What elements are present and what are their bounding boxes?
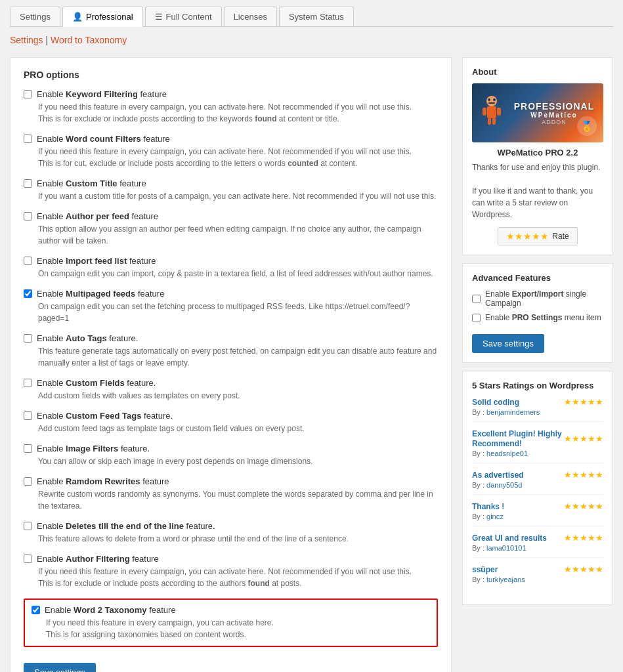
rating-title-link-3[interactable]: Thanks !	[472, 502, 504, 511]
option-checkbox-word-count-filters[interactable]	[24, 135, 32, 143]
advanced-features-card: Advanced Features Enable Export/Import s…	[462, 263, 613, 363]
option-label-author-per-feed: Enable Author per feed feature	[37, 211, 158, 221]
rating-item-2: As advertised★★★★★By : danny505d	[472, 470, 603, 495]
option-desc-author-filtering: If you need this feature in every campai…	[38, 566, 438, 589]
rating-title-link-4[interactable]: Great UI and results	[472, 534, 547, 543]
tab-full-content[interactable]: ☰ Full Content	[145, 7, 222, 26]
option-label-random-rewrites: Enable Ramdom Rewrites feature	[37, 476, 169, 486]
tab-professional[interactable]: 👤 Professional	[62, 7, 143, 27]
rating-stars-3: ★★★★★	[564, 501, 603, 511]
option-checkbox-custom-feed-tags[interactable]	[24, 411, 32, 420]
rating-title-link-2[interactable]: As advertised	[472, 471, 524, 480]
rating-author-link-4[interactable]: lama010101	[486, 544, 526, 552]
adv-pro-settings-checkbox[interactable]	[472, 314, 481, 322]
option-row-custom-feed-tags: Enable Custom Feed Tags feature.Add cust…	[24, 411, 438, 434]
rating-title-3: Thanks !	[472, 501, 504, 511]
rating-by-3: By : gincz	[472, 513, 603, 520]
rating-title-link-0[interactable]: Solid coding	[472, 398, 519, 407]
rating-title-link-1[interactable]: Excellent Plugin! Highly Recommend!	[472, 429, 562, 448]
rating-header-0: Solid coding★★★★★	[472, 397, 603, 407]
adv-option-pro-settings: Enable PRO Settings menu item	[472, 313, 603, 322]
rating-title-1: Excellent Plugin! Highly Recommend!	[472, 429, 564, 448]
svg-rect-2	[483, 108, 486, 116]
option-row-auto-tags: Enable Auto Tags feature.This feature ge…	[24, 333, 438, 369]
ratings-list: Solid coding★★★★★By : benjamindemersExce…	[472, 397, 603, 595]
rating-author-link-3[interactable]: gincz	[486, 513, 504, 520]
option-checkbox-random-rewrites[interactable]	[24, 477, 32, 486]
rate-button[interactable]: ★★★★★ Rate	[498, 227, 577, 245]
option-label-line-custom-fields: Enable Custom Fields feature.	[24, 378, 438, 388]
advanced-title: Advanced Features	[472, 273, 603, 283]
option-label-custom-title: Enable Custom Title feature	[37, 178, 146, 188]
option-label-line-author-filtering: Enable Author Filtering feature	[24, 554, 438, 564]
ratings-title: 5 Stars Ratings on Wordpress	[472, 381, 603, 390]
rating-author-link-5[interactable]: turkiyeajans	[486, 576, 525, 583]
option-desc-word-2-taxonomy: If you need this feature in every campai…	[46, 617, 430, 640]
option-desc-image-filters: You can allow or skip each image in ever…	[38, 455, 438, 467]
tab-system-status[interactable]: System Status	[279, 7, 354, 26]
option-checkbox-auto-tags[interactable]	[24, 334, 32, 343]
svg-rect-8	[488, 102, 495, 104]
option-desc-custom-feed-tags: Add custom feed tags as template tags or…	[38, 423, 438, 434]
option-label-author-filtering: Enable Author Filtering feature	[37, 554, 159, 564]
adv-save-settings-button[interactable]: Save settings	[472, 334, 544, 353]
rating-author-link-0[interactable]: benjamindemers	[486, 408, 540, 416]
option-label-line-auto-tags: Enable Auto Tags feature.	[24, 333, 438, 343]
option-label-custom-feed-tags: Enable Custom Feed Tags feature.	[37, 411, 173, 421]
option-desc-multipaged-feeds: On campaign edit you can set the fetchin…	[38, 301, 438, 324]
option-row-word-count-filters: Enable Word count Filters featureIf you …	[24, 134, 438, 169]
tab-full-content-icon: ☰	[155, 12, 163, 22]
option-desc-custom-title: If you want a custom title for posts of …	[38, 190, 438, 202]
option-row-custom-title: Enable Custom Title featureIf you want a…	[24, 178, 438, 202]
rating-title-2: As advertised	[472, 470, 524, 480]
save-settings-button-bottom[interactable]: Save settings	[24, 663, 96, 672]
breadcrumb-settings-link[interactable]: Settings	[10, 35, 43, 45]
option-label-line-import-feed-list: Enable Import feed list feature	[24, 256, 438, 266]
rating-author-link-1[interactable]: headsnipe01	[486, 450, 528, 457]
rating-by-0: By : benjamindemers	[472, 408, 603, 416]
option-label-import-feed-list: Enable Import feed list feature	[37, 256, 156, 266]
robot-icon	[479, 93, 505, 133]
option-checkbox-custom-fields[interactable]	[24, 379, 32, 387]
rating-author-link-2[interactable]: danny505d	[486, 481, 522, 489]
option-checkbox-author-per-feed[interactable]	[24, 212, 32, 220]
option-checkbox-keyword-filtering[interactable]	[24, 90, 32, 98]
rating-title-5: ssüper	[472, 564, 498, 574]
rating-header-1: Excellent Plugin! Highly Recommend!★★★★★	[472, 429, 603, 448]
option-row-word-2-taxonomy: Enable Word 2 Taxonomy featureIf you nee…	[24, 598, 438, 647]
option-label-line-multipaged-feeds: Enable Multipaged feeds feature	[24, 289, 438, 299]
option-checkbox-author-filtering[interactable]	[24, 555, 32, 563]
option-checkbox-word-2-taxonomy[interactable]	[32, 606, 40, 614]
option-row-keyword-filtering: Enable Keyword Filtering featureIf you n…	[24, 89, 438, 125]
adv-export-import-checkbox[interactable]	[472, 295, 481, 303]
option-label-word-count-filters: Enable Word count Filters feature	[37, 134, 170, 144]
main-layout: PRO options Enable Keyword Filtering fea…	[10, 57, 613, 672]
svg-point-6	[488, 98, 490, 101]
rating-title-4: Great UI and results	[472, 533, 547, 543]
rating-by-1: By : headsnipe01	[472, 450, 603, 457]
section-title: PRO options	[24, 70, 438, 80]
svg-rect-1	[487, 106, 496, 118]
option-label-line-word-count-filters: Enable Word count Filters feature	[24, 134, 438, 144]
tab-settings[interactable]: Settings	[10, 7, 60, 26]
breadcrumb-word-taxonomy-link[interactable]: Word to Taxonomy	[51, 35, 127, 45]
option-label-line-custom-title: Enable Custom Title feature	[24, 178, 438, 188]
rating-stars-5: ★★★★★	[564, 564, 603, 574]
option-desc-author-per-feed: This option allow you assign an author p…	[38, 223, 438, 247]
rating-item-1: Excellent Plugin! Highly Recommend!★★★★★…	[472, 429, 603, 463]
option-checkbox-custom-title[interactable]	[24, 179, 32, 188]
option-label-line-deletes-till-end: Enable Deletes till the end of the line …	[24, 521, 438, 531]
option-checkbox-import-feed-list[interactable]	[24, 257, 32, 265]
option-checkbox-image-filters[interactable]	[24, 444, 32, 453]
option-label-word-2-taxonomy: Enable Word 2 Taxonomy feature	[45, 605, 176, 615]
option-desc-custom-fields: Add custom fields with values as templat…	[38, 390, 438, 402]
rating-stars-0: ★★★★★	[564, 397, 603, 407]
tab-licenses[interactable]: Licenses	[224, 7, 277, 26]
option-checkbox-multipaged-feeds[interactable]	[24, 289, 32, 298]
option-label-line-word-2-taxonomy: Enable Word 2 Taxonomy feature	[32, 605, 430, 615]
banner-title-text: PROFESSIONAL	[514, 101, 594, 112]
rating-title-link-5[interactable]: ssüper	[472, 565, 498, 574]
option-checkbox-deletes-till-end[interactable]	[24, 522, 32, 530]
svg-rect-3	[497, 108, 501, 116]
option-desc-import-feed-list: On campaign edit you can import, copy & …	[38, 268, 438, 280]
